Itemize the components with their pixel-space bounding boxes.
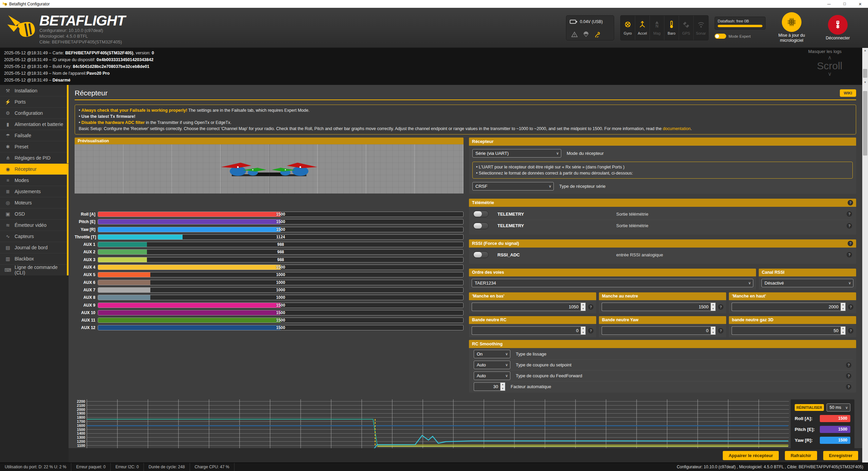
feedforward-cutoff-select[interactable]: Auto bbox=[474, 372, 510, 380]
deadband-input[interactable]: 50 bbox=[732, 326, 841, 335]
help-icon[interactable] bbox=[847, 252, 852, 257]
feature-row: TELEMETRYSortie télémétrie bbox=[472, 208, 853, 220]
spinner[interactable] bbox=[581, 326, 586, 335]
chevron-down-icon bbox=[503, 374, 510, 378]
channel-label: AUX 6 bbox=[75, 280, 98, 285]
expert-mode-toggle[interactable] bbox=[715, 34, 726, 39]
help-icon[interactable] bbox=[718, 328, 723, 333]
channel-bar: 1500 bbox=[98, 227, 464, 232]
toggle-telemetry[interactable] bbox=[473, 222, 489, 229]
help-icon[interactable] bbox=[847, 211, 852, 217]
rc-smoothing-panel: RC Smoothing OnType de lissageAutoType d… bbox=[469, 340, 856, 393]
spinner[interactable] bbox=[711, 303, 716, 311]
sidebar-item-video-transmitter[interactable]: ≋Émetteur vidéo bbox=[0, 219, 67, 231]
sidebar-item-cli[interactable]: ⌨Ligne de commande (CLI) bbox=[0, 264, 67, 275]
channel-value: 1500 bbox=[98, 318, 463, 323]
reset-graph-button[interactable]: RÉINITIALISER bbox=[795, 404, 824, 411]
channel-label: Roll [A] bbox=[75, 212, 98, 217]
sidebar-item-failsafe[interactable]: ☂Failsafe bbox=[0, 130, 67, 141]
setpoint-cutoff-select[interactable]: Auto bbox=[474, 361, 510, 369]
stick-input[interactable]: 1500 bbox=[602, 303, 711, 311]
help-icon[interactable] bbox=[848, 328, 853, 333]
toggle-telemetry[interactable] bbox=[473, 211, 489, 217]
auto-factor-input[interactable]: 30 bbox=[474, 382, 500, 391]
log-scrollbar[interactable] bbox=[862, 48, 868, 85]
spinner[interactable] bbox=[500, 382, 505, 391]
channel-label: AUX 11 bbox=[75, 318, 98, 323]
sidebar-item-motors[interactable]: ◎Moteurs bbox=[0, 197, 67, 208]
wiki-button[interactable]: WIKI bbox=[840, 89, 856, 97]
deadband-input[interactable]: 0 bbox=[472, 326, 581, 335]
stick-input[interactable]: 1050 bbox=[472, 303, 581, 311]
channel-map-select[interactable]: TAER1234 bbox=[472, 279, 753, 287]
help-icon[interactable] bbox=[847, 223, 852, 229]
sidebar-item-installation[interactable]: ⚒Installation bbox=[0, 85, 67, 96]
spinner[interactable] bbox=[711, 326, 716, 335]
rssi-channel-select[interactable]: Désactivé bbox=[761, 279, 853, 287]
help-icon[interactable] bbox=[848, 200, 853, 205]
smoothing-type-select[interactable]: On bbox=[474, 350, 510, 358]
help-icon[interactable] bbox=[848, 241, 853, 246]
save-button[interactable]: Enregistrer bbox=[823, 451, 858, 460]
minimize-icon[interactable] bbox=[821, 0, 837, 8]
disconnect-button[interactable]: Déconnecter bbox=[818, 15, 858, 41]
help-icon[interactable] bbox=[588, 328, 593, 333]
sidebar-item-ports[interactable]: ⚡Ports bbox=[0, 96, 67, 107]
serial-provider-select[interactable]: CRSF bbox=[472, 182, 554, 191]
sidebar-item-receiver[interactable]: ◉Récepteur bbox=[0, 163, 69, 175]
help-icon[interactable] bbox=[588, 304, 593, 310]
feedforward-cutoff-label: Type de coupure du FeedForward bbox=[516, 373, 582, 378]
chevron-down-icon bbox=[808, 72, 852, 76]
refresh-button[interactable]: Rafraîchir bbox=[785, 451, 817, 460]
channel-value: 1500 bbox=[98, 303, 463, 308]
channel-value: 988 bbox=[98, 242, 463, 247]
channel-row: Pitch [E]1500 bbox=[75, 219, 464, 224]
stick-input[interactable]: 2000 bbox=[732, 303, 841, 311]
battery-status-box: 0.04V (USB) bbox=[566, 15, 614, 40]
spinner[interactable] bbox=[841, 303, 846, 311]
sidebar-item-sensors[interactable]: ∿Capteurs bbox=[0, 231, 67, 242]
sidebar-item-power-battery[interactable]: ▮Alimentation et batterie bbox=[0, 119, 67, 130]
sidebar-item-label: Moteurs bbox=[15, 200, 32, 205]
channel-row: AUX 1988 bbox=[75, 242, 464, 247]
help-icon[interactable] bbox=[846, 362, 851, 368]
sidebar-item-osd[interactable]: ▣OSD bbox=[0, 208, 67, 219]
sidebar-item-preset[interactable]: ✱Preset bbox=[0, 141, 67, 152]
channel-label: AUX 2 bbox=[75, 250, 98, 254]
sidebar-item-label: Ports bbox=[15, 99, 26, 105]
deadband-input[interactable]: 0 bbox=[602, 326, 711, 335]
log-scroll-indicator[interactable]: Scroll bbox=[808, 55, 852, 76]
maximize-icon[interactable] bbox=[837, 0, 852, 8]
spinner[interactable] bbox=[581, 303, 586, 311]
close-icon[interactable] bbox=[852, 0, 868, 8]
bind-receiver-button[interactable]: Appairer le récepteur bbox=[723, 451, 779, 460]
scrollbar-arrow-up-icon[interactable] bbox=[862, 48, 868, 53]
sidebar-item-modes[interactable]: ≡Modes bbox=[0, 175, 67, 186]
scrollbar-arrow-down-icon[interactable] bbox=[862, 80, 868, 85]
receiver-mode-select[interactable]: Série (via UART) bbox=[472, 149, 561, 158]
sidebar-item-blackbox[interactable]: ▥Blackbox bbox=[0, 253, 67, 264]
help-icon[interactable] bbox=[848, 304, 853, 310]
spinner[interactable] bbox=[841, 326, 846, 335]
motors-icon: ◎ bbox=[4, 200, 11, 205]
sidebar-item-configuration[interactable]: ⚙Configuration bbox=[0, 107, 67, 119]
firmware-update-button[interactable]: Mise à jour du micrologiciel bbox=[772, 12, 812, 43]
help-icon[interactable] bbox=[846, 384, 851, 390]
svg-text:1700: 1700 bbox=[77, 419, 85, 423]
channel-value: 1124 bbox=[98, 235, 463, 240]
legend-channel-value: 1500 bbox=[820, 426, 850, 433]
hide-logs-link[interactable]: Masquer les logs bbox=[808, 49, 842, 54]
legend-row: Roll [A]:1500 bbox=[795, 415, 850, 422]
help-icon[interactable] bbox=[718, 304, 723, 310]
sidebar-item-logbook[interactable]: ▤Journal de bord bbox=[0, 242, 67, 253]
sidebar-item-adjustments[interactable]: ≣Ajustements bbox=[0, 186, 67, 197]
channel-label: AUX 9 bbox=[75, 303, 98, 308]
app-header: BETAFLIGHT Configurateur: 10.10.0 (c97de… bbox=[0, 8, 868, 48]
help-icon[interactable] bbox=[846, 373, 851, 379]
setpoint-cutoff-label: Type de coupure du setpoint bbox=[516, 362, 571, 367]
content-scrollbar[interactable] bbox=[862, 85, 868, 463]
refresh-rate-select[interactable]: 50 ms bbox=[827, 403, 850, 412]
sidebar-item-pid-tuning[interactable]: ⋔Réglages de PID bbox=[0, 152, 67, 163]
toggle-rssi_adc[interactable] bbox=[473, 251, 489, 258]
failsafe-icon: ☂ bbox=[4, 133, 11, 138]
